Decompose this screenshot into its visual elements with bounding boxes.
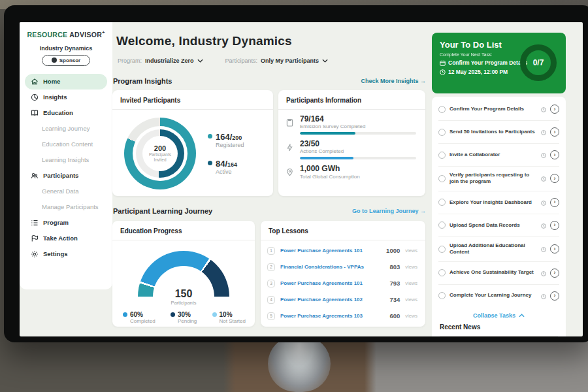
task-checkbox[interactable] bbox=[438, 129, 446, 136]
lesson-views: 734 bbox=[389, 296, 400, 303]
stat-label: Actions Completed bbox=[300, 148, 416, 154]
settings-icon bbox=[31, 250, 39, 258]
sidebar-item-general-data[interactable]: General Data bbox=[25, 184, 107, 199]
chevron-down-icon bbox=[197, 59, 203, 63]
legend-dot bbox=[208, 161, 212, 165]
task-chevron-button[interactable]: › bbox=[550, 291, 559, 301]
participants-dropdown[interactable]: Participants: Only My Participants bbox=[225, 57, 329, 64]
task-chevron-button[interactable]: › bbox=[550, 198, 559, 207]
lesson-link[interactable]: Financial Considerations - VPPAs bbox=[280, 264, 384, 270]
task-checkbox[interactable] bbox=[438, 269, 446, 276]
sidebar-item-program[interactable]: Program bbox=[25, 215, 107, 231]
legend-item-pending: 30% Pending bbox=[171, 311, 197, 324]
task-row: Achieve One Sustainability Target › bbox=[438, 262, 559, 285]
stat-value: 79/164 bbox=[300, 115, 416, 123]
program-label: Program: bbox=[118, 57, 142, 64]
sidebar-item-education[interactable]: Education bbox=[25, 105, 107, 121]
task-row: Upload Spend Data Records › bbox=[438, 214, 559, 237]
task-row: Upload Additional Educational Content › bbox=[438, 237, 559, 262]
lesson-link[interactable]: Power Purchase Agreements 103 bbox=[280, 313, 384, 319]
lesson-row: 2 Financial Considerations - VPPAs 803 v… bbox=[261, 257, 425, 273]
logo-advisor: ADVISOR bbox=[69, 31, 102, 39]
task-chevron-button[interactable]: › bbox=[550, 269, 559, 278]
sidebar-item-home[interactable]: Home bbox=[25, 74, 107, 90]
section-title: Participant Learning Journey bbox=[113, 207, 212, 215]
task-checkbox[interactable] bbox=[438, 152, 446, 159]
go-to-learning-journey-link[interactable]: Go to Learning Journey → bbox=[352, 208, 426, 214]
clock-icon bbox=[440, 69, 446, 75]
sidebar-item-take-action[interactable]: Take Action bbox=[25, 231, 107, 246]
task-chevron-button[interactable]: › bbox=[550, 221, 559, 230]
logo-resource: RESOURCE bbox=[27, 31, 67, 39]
task-row: Confirm Your Program Details › bbox=[438, 98, 559, 121]
legend-dot bbox=[212, 312, 217, 317]
clock-icon bbox=[541, 176, 546, 182]
sidebar-item-insights[interactable]: Insights bbox=[25, 90, 107, 105]
todo-summary-card: Your To Do List Complete Your Next Task:… bbox=[432, 33, 566, 93]
section-title: Program Insights bbox=[113, 77, 172, 85]
task-checkbox[interactable] bbox=[438, 175, 446, 182]
top-lessons-card: Top Lessons 1 Power Purchase Agreements … bbox=[261, 221, 425, 327]
task-chevron-button[interactable]: › bbox=[550, 174, 559, 183]
task-checkbox[interactable] bbox=[438, 106, 446, 113]
sponsor-icon bbox=[52, 57, 57, 63]
lesson-views: 1000 bbox=[386, 247, 400, 254]
logo-plus: + bbox=[102, 30, 105, 35]
education-progress-card: Education Progress 150 Participants 60% … bbox=[112, 221, 255, 327]
legend-item-active: 84/164 Active bbox=[208, 159, 244, 175]
participants-label: Participants: bbox=[225, 57, 258, 64]
card-title: Participants Information bbox=[278, 90, 425, 109]
task-chevron-button[interactable]: › bbox=[550, 244, 559, 253]
task-row: Verify participants requesting to join t… bbox=[438, 167, 559, 191]
task-chevron-button[interactable]: › bbox=[550, 127, 559, 137]
task-chevron-button[interactable]: › bbox=[550, 105, 559, 114]
sidebar-item-learning-insights[interactable]: Learning Insights bbox=[25, 152, 107, 168]
program-dropdown[interactable]: Program: Industrialize Zero bbox=[118, 57, 203, 64]
lesson-link[interactable]: Power Purchase Agreements 101 bbox=[280, 248, 381, 253]
lesson-link[interactable]: Power Purchase Agreements 101 bbox=[280, 280, 384, 286]
sidebar-item-manage-participants[interactable]: Manage Participants bbox=[25, 199, 107, 215]
task-label: Send 50 Invitations to Participants bbox=[449, 129, 537, 135]
lesson-rank: 2 bbox=[267, 263, 275, 271]
legend-label: Completed bbox=[130, 318, 155, 324]
task-checkbox[interactable] bbox=[438, 221, 446, 229]
donut-center-label: Participants Invited bbox=[143, 152, 177, 163]
sidebar-item-learning-journey[interactable]: Learning Journey bbox=[25, 121, 107, 137]
progress-fill bbox=[300, 157, 353, 159]
sidebar-item-education-content[interactable]: Education Content bbox=[25, 137, 107, 152]
sidebar-item-participants[interactable]: Participants bbox=[25, 168, 107, 184]
stat-value: 1,000 GWh bbox=[300, 165, 416, 173]
task-checkbox[interactable] bbox=[438, 292, 446, 299]
arrow-right-icon: → bbox=[420, 78, 426, 84]
task-chevron-button[interactable]: › bbox=[550, 150, 559, 159]
participants-information-card: Participants Information 79/164 Emission… bbox=[278, 90, 425, 196]
check-more-insights-link[interactable]: Check More Insights → bbox=[361, 78, 426, 84]
program-insights-header: Program Insights Check More Insights → bbox=[113, 77, 426, 85]
program-icon bbox=[31, 219, 39, 227]
clock-icon bbox=[541, 153, 546, 158]
stat-consumption: 1,000 GWh Total Global Consumption bbox=[278, 159, 425, 182]
participants-value: Only My Participants bbox=[261, 57, 319, 64]
sponsor-badge[interactable]: Sponsor bbox=[42, 55, 90, 66]
lesson-row: 3 Power Purchase Agreements 101 793 view… bbox=[261, 273, 425, 289]
sidebar-item-label: Education bbox=[43, 109, 73, 116]
lesson-link[interactable]: Power Purchase Agreements 102 bbox=[280, 297, 384, 302]
take-action-icon bbox=[31, 235, 39, 242]
sidebar-item-settings[interactable]: Settings bbox=[25, 246, 107, 262]
stat-label: Total Global Consumption bbox=[300, 174, 416, 180]
views-suffix: views bbox=[405, 313, 417, 319]
task-row: Explore Your Insights Dashboard › bbox=[438, 191, 559, 214]
task-checkbox[interactable] bbox=[438, 246, 446, 253]
education-gauge-chart: 150 Participants bbox=[138, 251, 229, 297]
sponsor-label: Sponsor bbox=[59, 57, 80, 63]
sidebar-item-label: Participants bbox=[43, 172, 78, 179]
sidebar-item-label: Learning Journey bbox=[42, 125, 90, 132]
legend-dot bbox=[171, 312, 175, 317]
sidebar-item-label: Learning Insights bbox=[42, 156, 89, 163]
sidebar-item-label: Program bbox=[43, 219, 69, 226]
task-checkbox[interactable] bbox=[438, 199, 446, 206]
legend-total: 164 bbox=[227, 161, 237, 168]
todo-task-list: Confirm Your Program Details › Send 50 I… bbox=[432, 97, 566, 325]
sidebar-item-label: Take Action bbox=[43, 235, 78, 242]
clock-icon bbox=[541, 223, 546, 229]
